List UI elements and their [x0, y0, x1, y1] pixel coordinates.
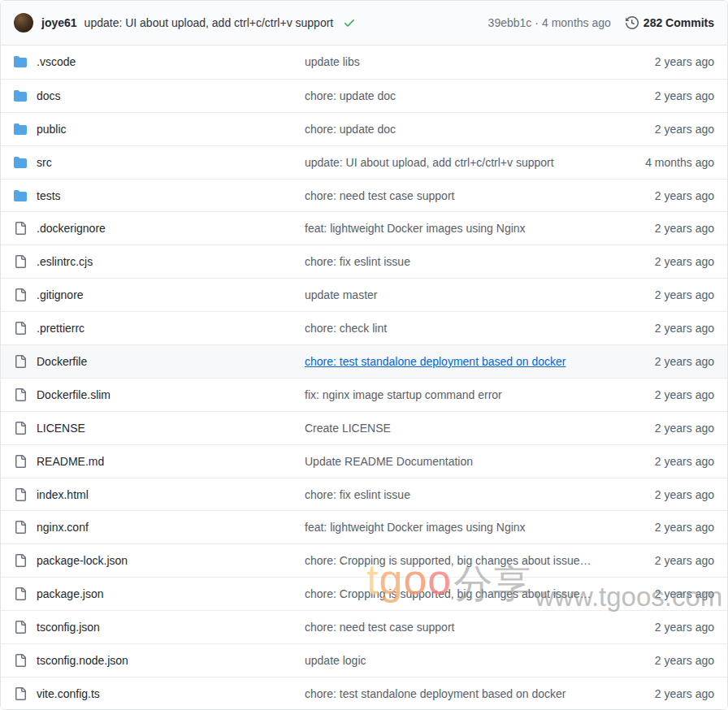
- file-name-link[interactable]: package.json: [37, 587, 104, 600]
- file-name-link[interactable]: package-lock.json: [37, 554, 128, 567]
- file-name-link[interactable]: vite.config.ts: [37, 687, 100, 700]
- commit-message-link[interactable]: chore: Cropping is supported, big change…: [305, 587, 592, 600]
- folder-icon: [14, 189, 27, 202]
- table-row[interactable]: .gitignore update master 2 years ago: [1, 278, 727, 311]
- file-name-link[interactable]: docs: [37, 89, 61, 102]
- file-icon: [14, 554, 27, 567]
- commit-message-link[interactable]: fix: nginx image startup command error: [305, 388, 502, 401]
- commit-message-link[interactable]: chore: need test case support: [305, 189, 454, 202]
- file-icon: [14, 621, 27, 634]
- file-name-link[interactable]: .vscode: [37, 55, 76, 68]
- table-row[interactable]: vite.config.ts chore: test standalone de…: [1, 677, 727, 710]
- file-name-link[interactable]: Dockerfile.slim: [37, 388, 110, 401]
- latest-commit-message[interactable]: update: UI about upload, add ctrl+c/ctrl…: [84, 16, 334, 29]
- commit-date: 2 years ago: [592, 222, 714, 235]
- commit-message-link[interactable]: chore: fix eslint issue: [305, 255, 410, 268]
- table-row[interactable]: .eslintrc.cjs chore: fix eslint issue 2 …: [1, 245, 727, 278]
- file-icon: [14, 654, 27, 667]
- file-icon: [14, 488, 27, 501]
- commit-message-link[interactable]: chore: check lint: [305, 322, 387, 335]
- table-row[interactable]: tsconfig.node.json update logic 2 years …: [1, 643, 727, 677]
- table-row[interactable]: README.md Update README Documentation 2 …: [1, 444, 727, 478]
- history-clock-icon: [626, 16, 639, 29]
- file-name-link[interactable]: .eslintrc.cjs: [37, 255, 93, 268]
- table-row[interactable]: nginx.conf feat: lightweight Docker imag…: [1, 510, 727, 543]
- folder-icon: [14, 189, 27, 202]
- commit-message-link[interactable]: update: UI about upload, add ctrl+c/ctrl…: [305, 156, 554, 169]
- table-row[interactable]: src update: UI about upload, add ctrl+c/…: [1, 145, 727, 179]
- repo-file-browser: joye61 update: UI about upload, add ctrl…: [0, 0, 728, 710]
- commit-date: 2 years ago: [592, 189, 714, 202]
- commit-message-link[interactable]: chore: test standalone deployment based …: [305, 355, 566, 368]
- table-row[interactable]: .prettierrc chore: check lint 2 years ag…: [1, 311, 727, 344]
- commit-message-link[interactable]: update logic: [305, 654, 366, 667]
- commit-message-link[interactable]: Update README Documentation: [305, 455, 473, 468]
- file-name-link[interactable]: .dockerignore: [37, 222, 106, 235]
- file-icon: [14, 422, 27, 435]
- avatar[interactable]: [14, 13, 33, 32]
- commit-date: 2 years ago: [592, 554, 714, 567]
- table-row[interactable]: .vscode update libs 2 years ago: [1, 45, 727, 79]
- commit-message-link[interactable]: chore: need test case support: [305, 621, 454, 634]
- table-row[interactable]: docs chore: update doc 2 years ago: [1, 79, 727, 112]
- file-name-link[interactable]: index.html: [37, 488, 89, 501]
- commit-date: 2 years ago: [592, 621, 714, 634]
- folder-icon: [14, 89, 27, 102]
- folder-icon: [14, 89, 27, 102]
- folder-icon: [14, 123, 27, 136]
- commit-date: 2 years ago: [592, 521, 714, 534]
- commit-message-link[interactable]: update master: [305, 288, 378, 301]
- file-icon: [14, 587, 27, 600]
- commit-hash-link[interactable]: 39ebb1c: [488, 16, 532, 29]
- table-row[interactable]: index.html chore: fix eslint issue 2 yea…: [1, 478, 727, 511]
- table-row[interactable]: tsconfig.json chore: need test case supp…: [1, 610, 727, 643]
- commit-date: 2 years ago: [592, 255, 714, 268]
- file-name-link[interactable]: tests: [37, 189, 61, 202]
- file-icon: [14, 455, 27, 468]
- commit-message-link[interactable]: chore: Cropping is supported, big change…: [305, 554, 592, 567]
- table-row[interactable]: .dockerignore feat: lightweight Docker i…: [1, 211, 727, 245]
- file-name-link[interactable]: .prettierrc: [37, 322, 84, 335]
- file-name-link[interactable]: src: [37, 156, 52, 169]
- commit-message-link[interactable]: feat: lightweight Docker images using Ng…: [305, 222, 526, 235]
- table-row[interactable]: Dockerfile chore: test standalone deploy…: [1, 344, 727, 378]
- commit-message-link[interactable]: Create LICENSE: [305, 422, 391, 435]
- table-row[interactable]: package.json chore: Cropping is supporte…: [1, 577, 727, 610]
- commit-date: 2 years ago: [592, 123, 714, 136]
- table-row[interactable]: tests chore: need test case support 2 ye…: [1, 179, 727, 212]
- file-icon: [14, 654, 27, 667]
- commit-message-link[interactable]: chore: test standalone deployment based …: [305, 687, 566, 700]
- file-icon: [14, 687, 27, 700]
- file-name-link[interactable]: public: [37, 123, 67, 136]
- commit-message-link[interactable]: chore: update doc: [305, 123, 396, 136]
- file-name-link[interactable]: tsconfig.node.json: [37, 654, 128, 667]
- file-name-link[interactable]: .gitignore: [37, 288, 84, 301]
- file-name-link[interactable]: tsconfig.json: [37, 621, 100, 634]
- commit-date: 2 years ago: [592, 388, 714, 401]
- table-row[interactable]: package-lock.json chore: Cropping is sup…: [1, 543, 727, 577]
- file-icon: [14, 288, 27, 301]
- table-row[interactable]: Dockerfile.slim fix: nginx image startup…: [1, 378, 727, 411]
- commit-history-link[interactable]: 282 Commits: [626, 16, 714, 29]
- file-icon: [14, 255, 27, 268]
- commit-message-link[interactable]: update libs: [305, 55, 360, 68]
- file-name-link[interactable]: nginx.conf: [37, 521, 89, 534]
- checks-status-icon[interactable]: [343, 16, 356, 29]
- commit-date: 2 years ago: [592, 488, 714, 501]
- file-name-link[interactable]: Dockerfile: [37, 355, 87, 368]
- folder-icon: [14, 156, 27, 169]
- file-icon: [14, 388, 27, 401]
- file-icon: [14, 322, 27, 335]
- file-icon: [14, 322, 27, 335]
- commit-message-link[interactable]: chore: update doc: [305, 89, 396, 102]
- commit-message-link[interactable]: feat: lightweight Docker images using Ng…: [305, 521, 526, 534]
- file-name-link[interactable]: LICENSE: [37, 422, 85, 435]
- file-icon: [14, 521, 27, 534]
- commit-date: 2 years ago: [592, 355, 714, 368]
- commit-author[interactable]: joye61: [41, 16, 77, 29]
- commit-message-link[interactable]: chore: fix eslint issue: [305, 488, 410, 501]
- file-name-link[interactable]: README.md: [37, 455, 104, 468]
- commit-date: 2 years ago: [592, 654, 714, 667]
- table-row[interactable]: LICENSE Create LICENSE 2 years ago: [1, 411, 727, 444]
- table-row[interactable]: public chore: update doc 2 years ago: [1, 112, 727, 145]
